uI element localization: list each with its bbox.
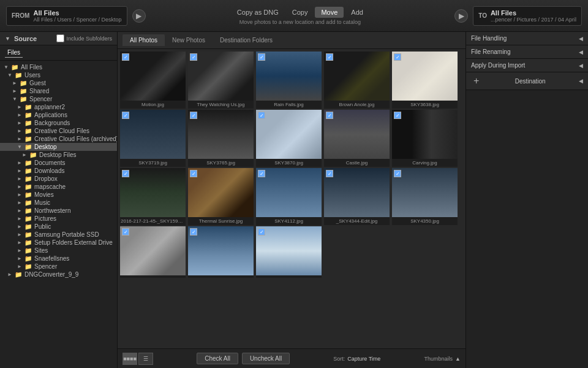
tree-item-guest[interactable]: ► 📁 Guest [0,79,117,87]
photo-checkbox[interactable]: ✓ [190,53,197,61]
tree-item-setup-folders[interactable]: ► 📁 Setup Folders External Drive [0,239,117,247]
photo-checkbox[interactable]: ✓ [394,112,401,119]
tree-item-documents[interactable]: ► 📁 Documents [0,159,117,167]
photo-cell-sky3638[interactable]: ✓ SKY3638.jpg [392,52,458,109]
photo-checkbox[interactable]: ✓ [326,170,333,177]
tree-item-samsung[interactable]: ► 📁 Samsung Portable SSD [0,231,117,239]
include-subfolders-checkbox[interactable] [56,34,64,42]
photo-checkbox[interactable]: ✓ [258,112,265,119]
tree-item-music[interactable]: ► 📁 Music [0,199,117,207]
photo-checkbox[interactable]: ✓ [122,112,129,119]
photo-checkbox[interactable]: ✓ [326,112,333,119]
tree-item-creative-cloud-archived[interactable]: ► 📁 Creative Cloud Files (archived) (1) [0,135,117,143]
sort-value[interactable]: Capture Time [347,356,380,362]
photo-cell-snow[interactable]: ✓ [120,226,186,278]
photo-cell-2016[interactable]: ✓ 2016-217-21-45-_SKY1594.jpg [120,168,186,225]
photo-checkbox[interactable]: ✓ [258,228,265,236]
folder-icon: 📁 [24,207,32,214]
photo-cell-sky3719[interactable]: ✓ SKY3719.jpg [120,110,186,167]
photo-checkbox[interactable]: ✓ [122,170,129,177]
tree-item-public[interactable]: ► 📁 Public [0,223,117,231]
to-nav-arrow[interactable]: ▶ [454,9,468,23]
photo-cell-sky3870[interactable]: ✓ SKY3870.jpg [256,110,322,167]
folder-icon: 📁 [24,128,32,134]
tab-all-photos[interactable]: All Photos [123,34,165,46]
photo-cell-watching[interactable]: ✓ They Watching Us.jpg [188,52,254,109]
tree-item-spencer2[interactable]: ► 📁 Spencer [0,263,117,270]
tree-item-desktop-files[interactable]: ► 📁 Desktop Files [0,151,117,159]
photo-cell-wave[interactable]: ✓ [188,226,254,278]
tree-item-users[interactable]: ▼ 📁 Users [0,71,117,79]
photo-label: Rain Falls.jpg [256,101,322,109]
to-box: TO All Files ...pencer / Pictures / 2017… [473,6,582,26]
tree-item-shared[interactable]: ► 📁 Shared [0,87,117,95]
to-path: ...pencer / Pictures / 2017 / 04 April [491,17,576,23]
photo-checkbox[interactable]: ✓ [326,53,333,61]
tree-item-backgrounds[interactable]: ► 📁 Backgrounds [0,119,117,127]
photo-checkbox[interactable]: ✓ [258,53,265,61]
detail-view-button[interactable]: ☰ [138,353,153,365]
destination-add-button[interactable]: + [471,75,481,86]
tree-item-sites[interactable]: ► 📁 Sites [0,247,117,255]
tab-destination-folders[interactable]: Destination Folders [213,34,280,46]
destination-header[interactable]: + Destination ◀ [466,72,588,90]
add-button[interactable]: Add [345,7,369,18]
copy-button[interactable]: Copy [286,7,314,18]
photo-cell-sky3765[interactable]: ✓ SKY3765.jpg [188,110,254,167]
photo-checkbox[interactable]: ✓ [190,170,197,177]
photo-cell-carving[interactable]: ✓ Carving.jpg [392,110,458,167]
photo-row: ✓ SKY3719.jpg ✓ SKY3765.jpg ✓ SKY3870.jp… [120,110,463,167]
files-tab[interactable]: Files [5,48,23,58]
photo-cell-rain[interactable]: ✓ Rain Falls.jpg [256,52,322,109]
sidebar-header: ▼ Source Include Subfolders [0,32,117,45]
tree-item-applications[interactable]: ► 📁 Applications [0,111,117,119]
tree-item-snaefellsnes[interactable]: ► 📁 Snaefellsnes [0,255,117,263]
to-label: TO [478,12,487,19]
photo-checkbox[interactable]: ✓ [394,53,401,61]
tree-item-pictures[interactable]: ► 📁 Pictures [0,215,117,223]
grid-view-button[interactable]: ■■■■ [123,353,137,365]
uncheck-all-button[interactable]: Uncheck All [242,353,290,364]
photo-cell-sky4344[interactable]: ✓ _SKY4344-Edit.jpg [324,168,390,225]
tree-item-desktop[interactable]: ▼ 📁 Desktop [0,143,117,151]
folder-icon: 📁 [24,191,32,198]
file-renaming-header[interactable]: File Renaming ◀ [466,45,588,58]
tree-label: Spencer [34,263,57,270]
expand-arrow: ► [17,192,22,197]
tree-item-all-files[interactable]: ▼ 📁 All Files [0,63,117,71]
file-handling-title: File Handling [471,35,507,42]
expand-arrow: ► [22,152,27,158]
copy-as-dng-button[interactable]: Copy as DNG [231,7,285,18]
photo-checkbox[interactable]: ✓ [394,170,401,177]
check-all-button[interactable]: Check All [197,353,238,364]
photo-row: ✓ 2016-217-21-45-_SKY1594.jpg ✓ Thermal … [120,168,463,225]
tree-item-downloads[interactable]: ► 📁 Downloads [0,167,117,175]
photo-cell-mountain[interactable]: ✓ [256,226,322,278]
file-handling-header[interactable]: File Handling ◀ [466,32,588,45]
tab-new-photos[interactable]: New Photos [165,34,213,46]
from-nav-arrow[interactable]: ▶ [132,9,146,23]
tree-item-spencer[interactable]: ▼ 📁 Spencer [0,95,117,103]
photo-checkbox[interactable]: ✓ [190,228,197,236]
photo-cell-anole[interactable]: ✓ Brown Anole.jpg [324,52,390,109]
tree-item-mapscache[interactable]: ► 📁 mapscache [0,183,117,191]
photo-checkbox[interactable]: ✓ [122,228,129,236]
photo-checkbox[interactable]: ✓ [258,170,265,177]
tree-item-applanner[interactable]: ► 📁 applanner2 [0,103,117,111]
expand-arrow: ► [17,136,22,142]
photo-cell-motion[interactable]: ✓ Motion.jpg [120,52,186,109]
tree-item-northwestern[interactable]: ► 📁 Northwestern [0,207,117,215]
photo-cell-thermal[interactable]: ✓ Thermal Sunrise.jpg [188,168,254,225]
thumbnails-slider[interactable]: ▲ [455,356,461,362]
tree-item-dngconverter[interactable]: ► 📁 DNGConverter_9_9 [0,270,117,278]
tree-item-creative-cloud[interactable]: ► 📁 Creative Cloud Files [0,127,117,135]
photo-checkbox[interactable]: ✓ [122,53,129,61]
tree-item-movies[interactable]: ► 📁 Movies [0,191,117,199]
apply-during-import-header[interactable]: Apply During Import ◀ [466,59,588,72]
photo-cell-castle[interactable]: ✓ Castle.jpg [324,110,390,167]
photo-cell-sky4350[interactable]: ✓ SKY4350.jpg [392,168,458,225]
photo-cell-sky4112[interactable]: ✓ SKY4112.jpg [256,168,322,225]
photo-checkbox[interactable]: ✓ [190,112,197,119]
move-button[interactable]: Move [315,7,344,18]
tree-item-dropbox[interactable]: ► 📁 Dropbox [0,175,117,183]
